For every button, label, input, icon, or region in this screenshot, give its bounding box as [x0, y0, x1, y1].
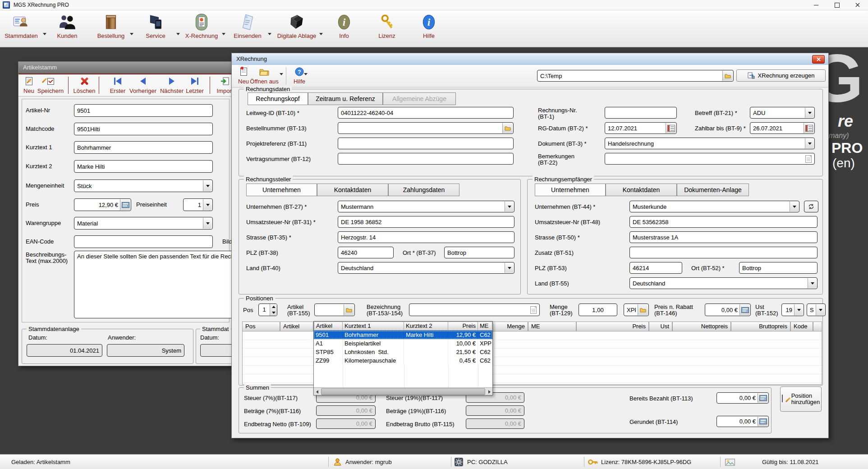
chevron-down-icon[interactable] [203, 180, 212, 191]
matchcode-field[interactable]: 9501Hilti [74, 123, 213, 135]
hilfe-dropdown-arrow[interactable] [304, 73, 308, 75]
digitale-ablage-dropdown-arrow[interactable] [319, 33, 323, 35]
chevron-down-icon[interactable] [805, 138, 814, 148]
folder-icon[interactable] [502, 123, 513, 133]
artikel-list-item[interactable]: A1 Beispielartikel 10,00 € XPP [314, 339, 492, 348]
bemerkungen-field[interactable] [605, 153, 815, 165]
popup-header-preis[interactable]: Preis [448, 322, 478, 331]
einheit-field[interactable]: XPP [624, 303, 649, 316]
dokument-combobox[interactable]: Handelsrechnung [605, 138, 815, 149]
grid-header-bruttopreis[interactable]: Bruttopreis [731, 322, 790, 331]
oeffnen-aus-button[interactable]: Öffnen aus [248, 67, 280, 85]
import-button[interactable]: Import [212, 76, 232, 94]
artikel-list-item[interactable]: 9501 Bohrhammer Marke Hilti 12,90 € C62 [314, 331, 492, 339]
grid-header-ust[interactable]: Ust [649, 322, 672, 331]
app-titlebar[interactable]: MGS XRechnung PRO [0, 0, 868, 10]
rg-datum-field[interactable]: 12.07.2021 [605, 122, 677, 134]
steller-ust-field[interactable]: DE 1958 36852 [338, 216, 514, 228]
empfaenger-ort-field[interactable]: Bottrop [739, 262, 817, 274]
service-dropdown-arrow[interactable] [176, 33, 180, 35]
xrechnung-close-button[interactable] [812, 55, 825, 64]
xrechnung-erzeugen-button[interactable]: XRechnung erzeugen [736, 69, 826, 82]
toolbar-item-bestellung[interactable]: Bestellung [86, 13, 136, 39]
menge-field[interactable]: 1,00 [579, 303, 617, 316]
chevron-down-icon[interactable] [790, 202, 799, 212]
leitweg-id-field[interactable]: 04011222-46240-04 [338, 107, 514, 119]
folder-icon[interactable] [722, 71, 733, 81]
position-hinzufuegen-button[interactable]: Position hinzufügen [780, 386, 822, 412]
grid-header-me[interactable]: ME [528, 322, 576, 331]
loeschen-button[interactable]: Löschen [71, 76, 98, 94]
steller-plz-field[interactable]: 46240 [338, 247, 394, 258]
chevron-down-icon[interactable] [805, 108, 814, 118]
calculator-icon[interactable] [120, 199, 130, 210]
artikel-lookup-field[interactable] [314, 303, 355, 316]
oeffnen-dropdown-arrow[interactable] [280, 73, 283, 75]
zahlbar-bis-field[interactable]: 26.07.2021 [750, 122, 815, 134]
scroll-right-icon[interactable] [486, 390, 492, 394]
steller-land-combobox[interactable]: Deutschland [338, 262, 514, 274]
spin-down-icon[interactable] [270, 310, 277, 316]
calculator-icon[interactable] [758, 393, 768, 403]
erster-button[interactable]: Erster [106, 76, 129, 94]
naechster-button[interactable]: Nächster [157, 76, 186, 94]
toolbar-item-xrechnung[interactable]: X-Rechnung [177, 13, 226, 39]
empfaenger-zusatz-field[interactable] [629, 247, 817, 258]
pos-stepper[interactable]: 1 [258, 303, 277, 316]
toolbar-item-digitale-ablage[interactable]: Digitale Ablage [272, 13, 321, 39]
bereits-bezahlt-field[interactable]: 0,00 € [716, 392, 769, 404]
folder-icon[interactable] [344, 304, 354, 315]
rechnungsnr-field[interactable] [605, 107, 677, 119]
empfaenger-ust-field[interactable]: DE 53562358 [629, 216, 817, 228]
artikelstamm-titlebar[interactable]: Artikelstamm [18, 62, 232, 74]
kurztext2-field[interactable]: Marke Hilti [74, 160, 213, 173]
speichern-button[interactable]: Speichern [35, 76, 66, 94]
note-icon[interactable] [805, 155, 812, 163]
chevron-down-icon[interactable] [203, 199, 212, 210]
artikel-nr-field[interactable]: 9501 [74, 104, 213, 117]
chevron-down-icon[interactable] [505, 263, 514, 273]
grid-header-artikel[interactable]: Artikel [280, 322, 313, 331]
toolbar-item-hilfe[interactable]: i Hilfe [404, 13, 454, 39]
ust-combobox[interactable]: 19 [781, 303, 804, 316]
chevron-down-icon[interactable] [794, 304, 803, 315]
steller-tab-kontaktdaten[interactable]: Kontaktdaten [317, 184, 388, 196]
refresh-button[interactable] [804, 201, 818, 212]
empfaenger-land-combobox[interactable]: Deutschland [629, 277, 817, 289]
steller-tab-unternehmen[interactable]: Unternehmen [246, 184, 317, 196]
tab-zeitraum-referenz[interactable]: Zeitraum u. Referenz [308, 92, 383, 105]
einsenden-dropdown-arrow[interactable] [268, 33, 271, 35]
popup-header-kurztext2[interactable]: Kurztext 2 [404, 322, 448, 331]
steller-ort-field[interactable]: Bottrop [444, 247, 514, 258]
steuer-kennzeichen-combobox[interactable]: S [807, 303, 826, 316]
ean-code-field[interactable] [74, 235, 213, 248]
calculator-icon[interactable] [739, 304, 750, 315]
steller-unternehmen-combobox[interactable]: Mustermann [338, 201, 514, 212]
empfaenger-tab-unternehmen[interactable]: Unternehmen [535, 184, 606, 196]
folder-icon[interactable] [638, 304, 648, 315]
xr-hilfe-button[interactable]: ? Hilfe [289, 67, 310, 85]
letzter-button[interactable]: Letzter [183, 76, 207, 94]
artikel-list-item[interactable]: STP85 Lohnkosten Std. 21,50 € C62 [314, 348, 492, 356]
chevron-down-icon[interactable] [505, 202, 514, 212]
x-rechnung-dropdown-arrow[interactable] [222, 33, 225, 35]
empfaenger-tab-dokumenten-anlage[interactable]: Dokumenten-Anlage [677, 184, 749, 196]
close-button[interactable] [847, 0, 868, 10]
spin-up-icon[interactable] [270, 304, 277, 310]
preis-field[interactable]: 12,90 € [74, 198, 131, 211]
chevron-down-icon[interactable] [816, 304, 825, 315]
empfaenger-unternehmen-combobox[interactable]: Musterkunde [629, 201, 799, 212]
bestellnummer-field[interactable] [338, 122, 514, 134]
popup-header-artikel[interactable]: Artikel [314, 322, 343, 331]
empfaenger-plz-field[interactable]: 46214 [629, 262, 682, 274]
bestellung-dropdown-arrow[interactable] [130, 33, 133, 35]
empfaenger-tab-kontaktdaten[interactable]: Kontaktdaten [606, 184, 677, 196]
betreff-combobox[interactable]: ADU [750, 107, 815, 119]
popup-horizontal-scrollbar[interactable] [314, 387, 492, 395]
steller-tab-zahlungsdaten[interactable]: Zahlungsdaten [388, 184, 459, 196]
popup-header-me[interactable]: ME [478, 322, 492, 331]
grid-header-preis[interactable]: Preis [576, 322, 649, 331]
maximize-button[interactable] [827, 0, 847, 10]
toolbar-item-info[interactable]: i Info [319, 13, 369, 39]
warengruppe-combobox[interactable]: Material [74, 217, 213, 230]
